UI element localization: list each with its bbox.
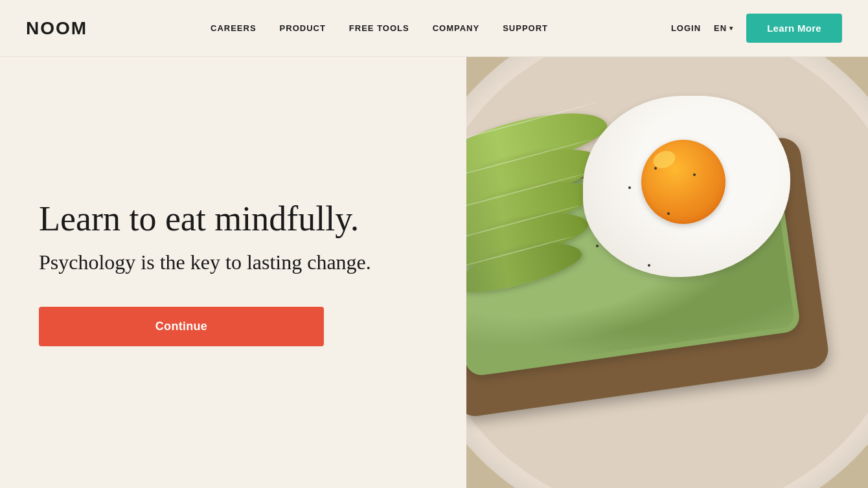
header: NOOM CAREERS PRODUCT FREE TOOLS COMPANY … xyxy=(0,0,868,57)
food-image-container xyxy=(466,57,868,488)
nav-right: LOGIN EN ▾ Learn More xyxy=(671,14,842,43)
hero-subtext: Psychology is the key to lasting change. xyxy=(39,249,428,276)
seasoning-dot-5 xyxy=(648,264,650,267)
nav-product[interactable]: PRODUCT xyxy=(280,23,326,33)
language-selector[interactable]: EN ▾ xyxy=(714,23,733,33)
continue-button[interactable]: Continue xyxy=(39,307,324,346)
chevron-down-icon: ▾ xyxy=(729,25,733,32)
main-nav: CAREERS PRODUCT FREE TOOLS COMPANY SUPPO… xyxy=(211,23,548,33)
nav-careers[interactable]: CAREERS xyxy=(211,23,257,33)
seasoning-dot-3 xyxy=(693,173,696,176)
logo[interactable]: NOOM xyxy=(26,18,87,39)
seasoning-dot-4 xyxy=(596,245,599,247)
hero-section: Learn to eat mindfully. Psychology is th… xyxy=(0,57,868,488)
login-link[interactable]: LOGIN xyxy=(671,23,701,33)
seasoning-dot-6 xyxy=(654,167,657,170)
seasoning-dot-1 xyxy=(628,186,631,189)
hero-headline: Learn to eat mindfully. xyxy=(39,199,428,239)
nav-support[interactable]: SUPPORT xyxy=(503,23,548,33)
seasoning-dot-2 xyxy=(667,212,670,215)
hero-left: Learn to eat mindfully. Psychology is th… xyxy=(0,57,466,488)
egg-yolk xyxy=(641,140,725,224)
learn-more-button[interactable]: Learn More xyxy=(746,14,842,43)
hero-image xyxy=(466,57,868,488)
nav-free-tools[interactable]: FREE TOOLS xyxy=(349,23,409,33)
nav-company[interactable]: COMPANY xyxy=(433,23,479,33)
